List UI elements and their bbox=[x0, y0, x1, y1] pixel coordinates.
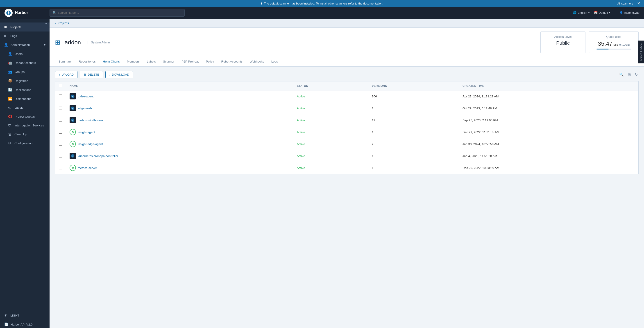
tab-scanner[interactable]: Scanner bbox=[160, 57, 178, 66]
row-name-cell: ⎈ harbor-middleware bbox=[66, 114, 293, 126]
sidebar-collapse-button[interactable]: « bbox=[45, 21, 47, 25]
chart-name-link[interactable]: insight-agent bbox=[78, 130, 95, 134]
row-name-cell: ↻ metrics-server bbox=[66, 162, 293, 174]
sidebar-item-administration[interactable]: 👤 Administration ▾ bbox=[0, 40, 50, 49]
event-log-tab[interactable]: EVENT LOG bbox=[638, 40, 644, 63]
logs-icon: ≡ bbox=[4, 34, 8, 38]
calendar-selector[interactable]: 📅 Default ▾ bbox=[594, 11, 610, 14]
quota-bar-fill bbox=[596, 49, 609, 49]
close-notification-icon[interactable]: ✕ bbox=[637, 1, 640, 6]
sidebar-item-configuration[interactable]: ⚙ Configuration bbox=[0, 139, 50, 148]
tab-logs[interactable]: Logs bbox=[268, 57, 282, 66]
search-icon: 🔍 bbox=[52, 11, 56, 15]
row-status-cell: Active bbox=[293, 126, 368, 138]
tab-summary[interactable]: Summary bbox=[55, 57, 75, 66]
row-name-cell: ↻ insight-agent bbox=[66, 126, 293, 138]
sidebar-item-replications[interactable]: 🔄 Replications bbox=[0, 85, 50, 94]
chart-name-link[interactable]: kubernetes-cronhpa-controller bbox=[78, 154, 118, 158]
tab-more-icon[interactable]: ··· bbox=[282, 57, 288, 66]
sidebar-item-light[interactable]: ☀ LIGHT bbox=[0, 311, 50, 320]
tab-policy[interactable]: Policy bbox=[202, 57, 218, 66]
search-box[interactable]: 🔍 bbox=[50, 9, 185, 17]
logo-icon bbox=[4, 9, 12, 17]
sidebar-item-groups[interactable]: 👥 Groups bbox=[0, 67, 50, 76]
breadcrumb[interactable]: ‹ Projects bbox=[50, 19, 644, 28]
project-name: addon bbox=[65, 39, 81, 46]
row-checkbox[interactable] bbox=[59, 154, 62, 157]
sidebar-item-users[interactable]: 👤 Users bbox=[0, 49, 50, 58]
chevron-down-icon: ▾ bbox=[588, 11, 590, 14]
table-body: ⎈ baize-agent Active 306 Apr 22, 2024, 1… bbox=[55, 90, 638, 174]
chart-name-link[interactable]: baize-agent bbox=[78, 95, 94, 98]
all-scanners-link[interactable]: All scanners bbox=[617, 2, 633, 5]
download-button[interactable]: ↓ DOWNLOAD bbox=[106, 71, 133, 78]
row-checkbox[interactable] bbox=[59, 166, 62, 169]
tab-labels[interactable]: Labels bbox=[143, 57, 160, 66]
row-checkbox-cell bbox=[55, 126, 66, 138]
view-toggle-button[interactable]: ⊞ bbox=[627, 71, 632, 78]
back-arrow-icon: ‹ bbox=[55, 21, 56, 25]
configuration-icon: ⚙ bbox=[8, 141, 12, 145]
delete-button[interactable]: 🗑 DELETE bbox=[80, 71, 103, 78]
row-checkbox[interactable] bbox=[59, 130, 62, 134]
tab-p2p-preheat[interactable]: P2P Preheat bbox=[178, 57, 202, 66]
row-checkbox[interactable] bbox=[59, 94, 62, 98]
row-versions-cell: 1 bbox=[368, 126, 459, 138]
tab-members[interactable]: Members bbox=[124, 57, 143, 66]
row-checkbox[interactable] bbox=[59, 118, 62, 122]
table-row: ⎈ edgemesh Active 1 Oct 29, 2023, 5:12:4… bbox=[55, 102, 638, 114]
sidebar-item-projects[interactable]: ⊞ Projects bbox=[0, 22, 50, 31]
row-status-cell: Active bbox=[293, 102, 368, 114]
sidebar-item-project-quotas[interactable]: ⭕ Project Quotas bbox=[0, 112, 50, 121]
helm-icon: ⎈ bbox=[70, 105, 76, 111]
content-area: ‹ Projects ⊞ addon System Admin Access L… bbox=[50, 19, 644, 328]
quota-value-row: 35.47 MiB of 10GiB bbox=[596, 40, 631, 47]
name-cell: ⎈ kubernetes-cronhpa-controller bbox=[70, 153, 290, 159]
row-created-time-cell: Sep 25, 2023, 2:19:05 PM bbox=[459, 114, 638, 126]
quota-of-label: of 10GiB bbox=[619, 43, 630, 46]
chevron-down-icon: ▾ bbox=[609, 11, 610, 14]
project-header: ⊞ addon System Admin Access Level Public… bbox=[50, 28, 644, 57]
tab-repositories[interactable]: Repositories bbox=[75, 57, 99, 66]
chart-name-link[interactable]: metrics-server bbox=[78, 166, 97, 170]
helm-icon: ⎈ bbox=[70, 117, 76, 123]
harbor-api-icon: 📄 bbox=[4, 322, 8, 327]
sidebar-item-interrogation-services[interactable]: 🛡 Interrogation Services bbox=[0, 121, 50, 130]
access-level-title: Access Level bbox=[548, 35, 578, 38]
sidebar-item-distributions[interactable]: 🔀 Distributions bbox=[0, 94, 50, 103]
sidebar-item-robot-accounts[interactable]: 🤖 Robot Accounts bbox=[0, 58, 50, 67]
quota-card: Quota used 35.47 MiB of 10GiB bbox=[589, 31, 638, 53]
delete-icon: 🗑 bbox=[84, 73, 86, 76]
calendar-icon: 📅 bbox=[594, 11, 598, 14]
sidebar-item-clean-up[interactable]: 🗑 Clean Up bbox=[0, 130, 50, 139]
row-status-cell: Active bbox=[293, 162, 368, 174]
row-name-cell: ⎈ baize-agent bbox=[66, 90, 293, 102]
language-selector[interactable]: 🌐 English ▾ bbox=[573, 11, 590, 14]
sidebar-item-logs[interactable]: ≡ Logs bbox=[0, 31, 50, 40]
row-status-cell: Active bbox=[293, 138, 368, 150]
tab-robot-accounts[interactable]: Robot Accounts bbox=[218, 57, 246, 66]
refresh-button[interactable]: ↻ bbox=[634, 71, 638, 78]
sidebar-item-harbor-api[interactable]: 📄 Harbor API V2.0 bbox=[0, 320, 50, 328]
chart-name-link[interactable]: edgemesh bbox=[78, 107, 92, 110]
light-icon: ☀ bbox=[4, 313, 8, 318]
tab-webhooks[interactable]: Webhooks bbox=[246, 57, 268, 66]
project-role: System Admin bbox=[88, 41, 110, 44]
chart-name-link[interactable]: harbor-middleware bbox=[78, 119, 103, 122]
oci-icon: ↻ bbox=[70, 141, 76, 147]
row-checkbox[interactable] bbox=[59, 106, 62, 110]
notification-text: The default scanner has been installed. … bbox=[264, 2, 383, 5]
table-header: Name Status Versions Created Time bbox=[55, 81, 638, 90]
user-menu[interactable]: 👤 haifeng.yao bbox=[620, 11, 640, 14]
documentation-link[interactable]: documentation. bbox=[363, 2, 383, 5]
upload-button[interactable]: ↑ UPLOAD bbox=[55, 71, 78, 78]
tab-helm-charts[interactable]: Helm Charts bbox=[99, 57, 124, 66]
sidebar-item-registries[interactable]: 📦 Registries bbox=[0, 76, 50, 85]
info-icon: ℹ bbox=[261, 1, 262, 5]
search-button[interactable]: 🔍 bbox=[618, 71, 625, 78]
select-all-checkbox[interactable] bbox=[59, 84, 62, 87]
chart-name-link[interactable]: insight-edge-agent bbox=[78, 142, 103, 146]
row-checkbox[interactable] bbox=[59, 142, 62, 146]
sidebar-item-labels[interactable]: 🏷 Labels bbox=[0, 103, 50, 112]
search-input[interactable] bbox=[58, 11, 182, 14]
